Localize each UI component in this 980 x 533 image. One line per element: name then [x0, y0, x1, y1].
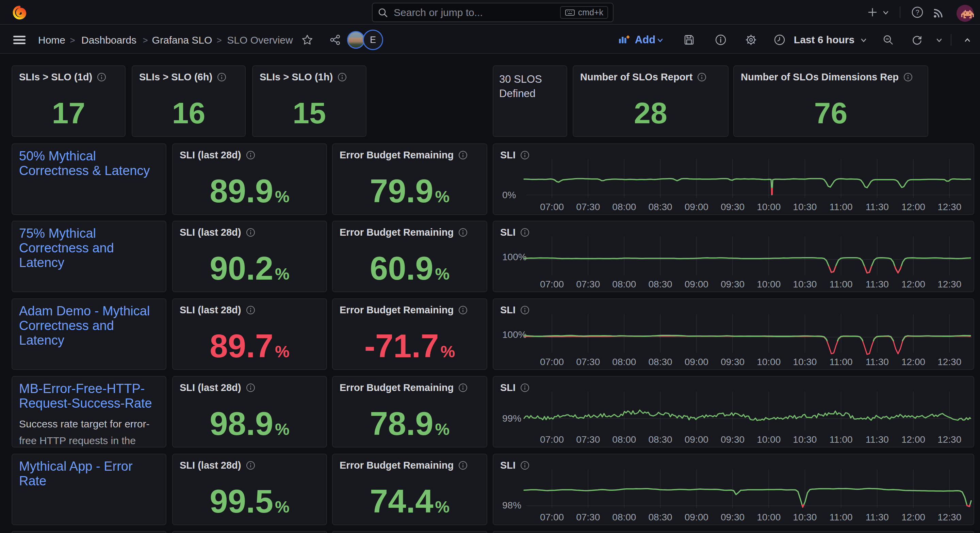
- svg-text:07:30: 07:30: [576, 434, 600, 445]
- svg-text:09:30: 09:30: [721, 279, 745, 289]
- svg-text:07:30: 07:30: [576, 279, 600, 289]
- svg-text:09:00: 09:00: [685, 434, 708, 445]
- svg-text:07:00: 07:00: [540, 434, 564, 445]
- svg-text:11:00: 11:00: [830, 434, 853, 445]
- svg-text:10:30: 10:30: [793, 357, 817, 367]
- svg-text:11:00: 11:00: [830, 202, 853, 212]
- svg-text:?: ?: [915, 8, 919, 16]
- svg-text:09:30: 09:30: [721, 357, 745, 367]
- svg-text:12:00: 12:00: [901, 434, 925, 445]
- svg-text:09:00: 09:00: [685, 279, 708, 289]
- svg-text:10:00: 10:00: [757, 512, 781, 522]
- svg-text:09:00: 09:00: [685, 512, 708, 522]
- svg-text:10:30: 10:30: [793, 434, 817, 445]
- svg-text:08:30: 08:30: [649, 512, 672, 522]
- svg-text:12:30: 12:30: [937, 512, 961, 522]
- svg-text:10:30: 10:30: [793, 279, 817, 289]
- svg-text:12:00: 12:00: [901, 202, 925, 212]
- svg-text:0%: 0%: [502, 190, 516, 200]
- svg-text:12:00: 12:00: [901, 512, 925, 522]
- svg-text:12:30: 12:30: [937, 202, 961, 212]
- svg-text:09:30: 09:30: [721, 202, 745, 212]
- svg-text:07:30: 07:30: [576, 202, 600, 212]
- svg-text:12:00: 12:00: [901, 357, 925, 367]
- svg-text:100%: 100%: [502, 252, 527, 262]
- svg-text:99%: 99%: [502, 413, 521, 424]
- svg-text:11:30: 11:30: [865, 434, 889, 445]
- svg-text:98%: 98%: [502, 500, 521, 511]
- svg-text:08:30: 08:30: [649, 279, 672, 289]
- svg-text:08:00: 08:00: [612, 357, 636, 367]
- svg-text:100%: 100%: [502, 329, 527, 340]
- svg-text:10:30: 10:30: [793, 202, 817, 212]
- svg-text:10:00: 10:00: [757, 357, 781, 367]
- svg-text:11:30: 11:30: [865, 202, 889, 212]
- svg-text:11:30: 11:30: [865, 279, 889, 289]
- svg-text:09:30: 09:30: [721, 512, 745, 522]
- svg-text:07:00: 07:00: [540, 202, 564, 212]
- svg-text:07:00: 07:00: [540, 512, 564, 522]
- svg-text:10:00: 10:00: [757, 434, 781, 445]
- svg-text:11:00: 11:00: [830, 512, 853, 522]
- svg-text:10:30: 10:30: [793, 512, 817, 522]
- svg-text:11:30: 11:30: [865, 512, 889, 522]
- svg-text:09:00: 09:00: [685, 357, 708, 367]
- svg-text:08:00: 08:00: [612, 434, 636, 445]
- svg-text:08:30: 08:30: [649, 202, 672, 212]
- svg-text:12:30: 12:30: [937, 357, 961, 367]
- svg-text:08:00: 08:00: [612, 279, 636, 289]
- svg-text:12:30: 12:30: [937, 434, 961, 445]
- svg-text:08:30: 08:30: [649, 434, 672, 445]
- svg-text:11:00: 11:00: [830, 279, 853, 289]
- svg-text:11:00: 11:00: [830, 357, 853, 367]
- svg-text:11:30: 11:30: [865, 357, 889, 367]
- svg-text:12:00: 12:00: [901, 279, 925, 289]
- svg-text:07:00: 07:00: [540, 279, 564, 289]
- svg-text:10:00: 10:00: [757, 279, 781, 289]
- svg-text:09:30: 09:30: [721, 434, 745, 445]
- svg-text:10:00: 10:00: [757, 202, 781, 212]
- svg-text:07:30: 07:30: [576, 512, 600, 522]
- svg-text:07:30: 07:30: [576, 357, 600, 367]
- svg-text:12:30: 12:30: [937, 279, 961, 289]
- svg-text:08:00: 08:00: [612, 202, 636, 212]
- svg-text:07:00: 07:00: [540, 357, 564, 367]
- svg-text:08:30: 08:30: [649, 357, 672, 367]
- svg-text:08:00: 08:00: [612, 512, 636, 522]
- svg-text:09:00: 09:00: [685, 202, 708, 212]
